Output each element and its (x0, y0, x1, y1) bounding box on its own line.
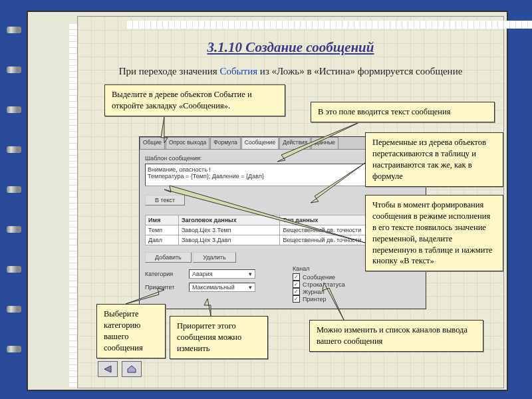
category-label: Категория (145, 271, 185, 277)
event-link[interactable]: События (219, 66, 257, 76)
callout-select-event: Выделите в дереве объектов Событие и отк… (104, 84, 285, 116)
callout-category: Выберите категорию вашего сообщения (96, 304, 166, 358)
tab-message[interactable]: Сообщение (241, 137, 279, 149)
callout-channels: Можно изменить и список каналов вывода в… (309, 320, 483, 352)
check-journal[interactable]: ✓Журнал (293, 288, 420, 295)
page-subtitle: При переходе значения События из «Ложь» … (78, 66, 503, 77)
tab-actions[interactable]: Действия (279, 137, 311, 149)
nav-home-button[interactable] (122, 361, 142, 377)
check-printer[interactable]: ✓Принтер (293, 295, 420, 303)
tab-poll[interactable]: Опрос выхода (166, 137, 209, 149)
chevron-down-icon: ▾ (249, 271, 252, 277)
check-message[interactable]: ✓Сообщение (293, 273, 420, 281)
nav-prev-button[interactable] (98, 361, 118, 377)
btn-vtext[interactable]: В текст (145, 195, 185, 205)
category-select[interactable]: Авария▾ (189, 269, 255, 279)
callout-vtext: Чтобы в момент формирования сообщения в … (365, 195, 503, 271)
callout-priority: Приоритет этого сообщения можно изменить (170, 316, 268, 359)
page-title: 3.1.10 Создание сообщений (78, 39, 503, 56)
check-statusbar[interactable]: ✓Строка статуса (293, 281, 420, 288)
callout-message-field: В это поле вводится текст сообщения (311, 102, 495, 122)
btn-delete[interactable]: Удалить (193, 252, 235, 263)
tab-general[interactable]: Общие (140, 137, 165, 149)
priority-label: Приоритет (145, 284, 185, 291)
tab-formula[interactable]: Формула (210, 137, 241, 149)
priority-select[interactable]: Максимальный▾ (189, 283, 255, 292)
btn-add[interactable]: Добавить (145, 252, 192, 263)
chevron-down-icon: ▾ (249, 284, 252, 291)
callout-variables: Переменные из дерева объектов перетаскив… (365, 132, 503, 187)
tab-data[interactable]: Данные (311, 137, 338, 149)
